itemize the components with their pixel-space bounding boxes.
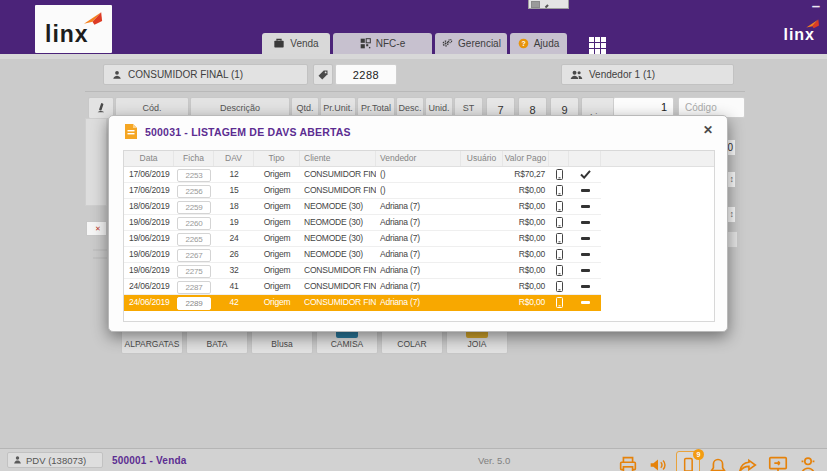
mobile-notification-icon[interactable]: 9 — [676, 451, 700, 471]
mobile-icon[interactable] — [549, 167, 569, 182]
dav-row[interactable]: 17/06/2019 2256 15 Origem CONSUMIDOR FIN… — [124, 183, 601, 199]
cell-valor-pago: R$0,00 — [503, 247, 549, 262]
cell-tipo: Origem — [254, 263, 300, 278]
cell-dav: 42 — [214, 295, 254, 310]
cell-dav: 24 — [214, 231, 254, 246]
cell-usuario — [461, 279, 503, 294]
product-label: ALPARGATAS — [122, 339, 182, 349]
close-icon[interactable]: ✕ — [703, 123, 713, 137]
cell-data: 19/06/2019 — [124, 247, 174, 262]
share-icon[interactable] — [736, 451, 760, 471]
minimize-button[interactable]: – — [812, 0, 820, 14]
cell-usuario — [461, 199, 503, 214]
ficha-input[interactable]: 2259 — [177, 201, 211, 214]
cell-dav: 41 — [214, 279, 254, 294]
dav-row[interactable]: 17/06/2019 2253 12 Origem CONSUMIDOR FIN… — [124, 167, 601, 183]
dav-row[interactable]: 24/06/2019 2289 42 Origem CONSUMIDOR FIN… — [124, 295, 601, 311]
status-bar: PDV (138073) 500001 - Venda Ver. 5.0 9 — [0, 448, 827, 471]
cell-usuario — [461, 231, 503, 246]
dash-icon — [581, 237, 590, 240]
svg-text:?: ? — [521, 40, 525, 47]
cell-data: 19/06/2019 — [124, 231, 174, 246]
ficha-input[interactable]: 2260 — [177, 217, 211, 230]
mobile-icon[interactable] — [549, 279, 569, 294]
mobile-icon[interactable] — [549, 231, 569, 246]
ficha-input[interactable]: 2289 — [177, 297, 211, 310]
mobile-icon[interactable] — [549, 199, 569, 214]
cell-ficha: 2275 — [174, 263, 214, 278]
remnant-line — [93, 257, 107, 259]
main-tabs: Venda NFC-e Gerencial — [262, 33, 567, 54]
apps-grid-icon[interactable] — [589, 37, 606, 54]
davs-column-header: Valor Pago — [503, 151, 549, 166]
ticket-number[interactable]: 2288 — [335, 64, 397, 85]
top-bar: linx – Venda — [0, 0, 827, 54]
linx-arrow-icon — [82, 10, 105, 26]
mobile-icon[interactable] — [549, 215, 569, 230]
version-label: Ver. 5.0 — [478, 455, 510, 466]
customer-field[interactable]: CONSUMIDOR FINAL (1) — [103, 64, 308, 85]
dav-row[interactable]: 18/06/2019 2259 18 Origem NEOMODE (30) A… — [124, 199, 601, 215]
tab-ajuda[interactable]: ? Ajuda — [510, 33, 567, 54]
dash-icon — [581, 253, 590, 256]
dav-row[interactable]: 24/06/2019 2287 41 Origem CONSUMIDOR FIN… — [124, 279, 601, 295]
linx-brand-right: linx — [783, 26, 815, 44]
vendor-field[interactable]: Vendedor 1 (1) — [561, 64, 734, 85]
check-icon — [580, 170, 591, 179]
davs-column-header: Cliente — [300, 151, 376, 166]
support-icon[interactable] — [796, 451, 820, 471]
tab-label: NFC-e — [376, 38, 405, 49]
tab-gerencial[interactable]: Gerencial — [435, 33, 507, 54]
app-window: linx – Venda — [0, 0, 827, 471]
status-icon — [569, 199, 601, 214]
mini-toolbar-widget[interactable] — [528, 0, 569, 9]
cell-ficha: 2260 — [174, 215, 214, 230]
davs-table-body: 17/06/2019 2253 12 Origem CONSUMIDOR FIN… — [124, 167, 714, 311]
pdv-terminal[interactable]: PDV (138073) — [7, 452, 103, 468]
cell-usuario — [461, 167, 503, 182]
davs-column-header: Ficha — [174, 151, 214, 166]
dav-row[interactable]: 19/06/2019 2265 24 Origem NEOMODE (30) A… — [124, 231, 601, 247]
mini-check-icon — [541, 0, 548, 7]
mobile-icon[interactable] — [549, 183, 569, 198]
cell-ficha: 2253 — [174, 167, 214, 182]
ticket-tag-box[interactable] — [313, 64, 333, 85]
dash-icon — [581, 269, 590, 272]
cell-dav: 32 — [214, 263, 254, 278]
ficha-input[interactable]: 2287 — [177, 281, 211, 294]
speaker-icon[interactable] — [646, 451, 670, 471]
mobile-icon[interactable] — [549, 247, 569, 262]
dash-icon — [581, 205, 590, 208]
product-label: CAMISA — [317, 339, 377, 349]
mobile-icon[interactable] — [549, 295, 569, 310]
dav-row[interactable]: 19/06/2019 2260 19 Origem NEOMODE (30) A… — [124, 215, 601, 231]
dav-row[interactable]: 19/06/2019 2267 26 Origem NEOMODE (30) A… — [124, 247, 601, 263]
davs-column-header: Vendedor — [376, 151, 461, 166]
dav-row[interactable]: 19/06/2019 2275 32 Origem CONSUMIDOR FIN… — [124, 263, 601, 279]
product-label: Blusa — [252, 339, 312, 349]
tab-venda[interactable]: Venda — [262, 33, 330, 54]
remote-desktop-icon[interactable] — [766, 451, 790, 471]
cell-cliente: NEOMODE (30) — [300, 231, 376, 246]
ficha-input[interactable]: 2267 — [177, 249, 211, 262]
tab-label: Ajuda — [534, 38, 560, 49]
ficha-input[interactable]: 2265 — [177, 233, 211, 246]
davs-column-header: Usuário — [461, 151, 503, 166]
cell-dav: 12 — [214, 167, 254, 182]
bell-icon[interactable] — [706, 451, 730, 471]
product-label: COLAR — [382, 339, 442, 349]
ficha-input[interactable]: 2253 — [177, 169, 211, 182]
tab-nfce[interactable]: NFC-e — [333, 33, 432, 54]
ficha-input[interactable]: 2275 — [177, 265, 211, 278]
cell-dav: 15 — [214, 183, 254, 198]
ficha-input[interactable]: 2256 — [177, 185, 211, 198]
cell-cliente: CONSUMIDOR FINAL (1) — [300, 295, 376, 310]
status-icon — [569, 167, 601, 182]
printer-icon[interactable] — [616, 451, 640, 471]
cell-cliente: CONSUMIDOR FINAL (1) — [300, 183, 376, 198]
customer-value: CONSUMIDOR FINAL (1) — [128, 69, 243, 80]
cell-usuario — [461, 215, 503, 230]
document-icon — [124, 123, 138, 140]
mobile-icon[interactable] — [549, 263, 569, 278]
cell-usuario — [461, 295, 503, 310]
